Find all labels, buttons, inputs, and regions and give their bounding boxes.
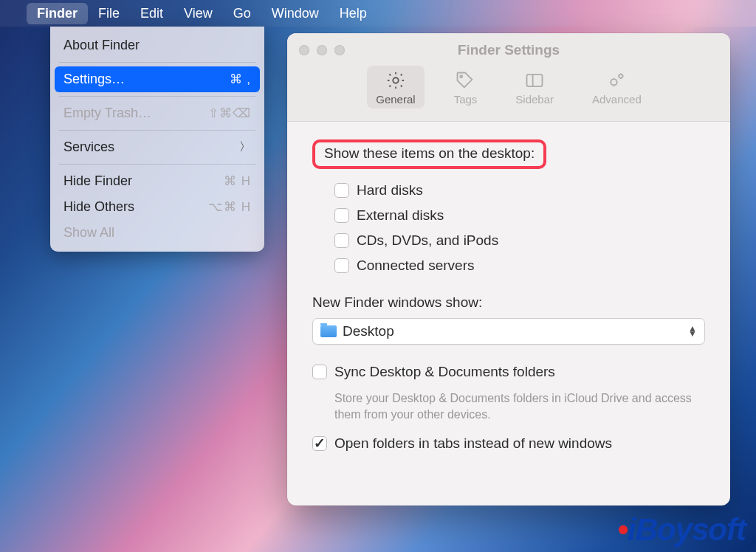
checkbox-row-sync: Sync Desktop & Documents folders [312,364,705,380]
new-finder-windows-select[interactable]: Desktop ▲▼ [312,318,705,345]
shortcut-label: ⌥⌘ H [208,199,251,215]
menu-separator [59,130,255,131]
shortcut-label: ⌘ H [224,173,251,189]
tag-icon [455,70,475,91]
menu-settings[interactable]: Settings… ⌘ , [55,66,260,92]
menubar: Finder File Edit View Go Window Help [0,0,756,27]
shortcut-label: ⇧⌘⌫ [208,106,251,121]
finder-menu-dropdown: About Finder Settings… ⌘ , Empty Trash… … [50,27,264,252]
folder-icon [320,325,337,337]
menu-services[interactable]: Services 〉 [50,134,264,160]
svg-rect-2 [527,75,543,86]
menu-show-all: Show All [50,220,264,246]
settings-content: Show these items on the desktop: Hard di… [287,122,730,466]
section-heading-desktop-items: Show these items on the desktop: [324,145,535,161]
traffic-lights [299,45,345,55]
annotation-highlight: Show these items on the desktop: [312,139,546,169]
tab-advanced[interactable]: Advanced [583,66,650,108]
checkbox-label: Hard disks [357,182,423,199]
chevron-right-icon: 〉 [239,139,251,155]
menu-separator [59,164,255,165]
menu-hide-finder[interactable]: Hide Finder ⌘ H [50,168,264,194]
tab-general[interactable]: General [367,66,424,108]
checkbox-label: Connected servers [357,258,474,274]
checkbox-row-servers: Connected servers [312,253,705,278]
menubar-item-window[interactable]: Window [261,3,329,24]
checkbox-label: External disks [357,207,444,224]
checkbox-hard-disks[interactable] [334,183,349,198]
titlebar: Finder Settings General Tags Sidebar [287,33,730,122]
finder-settings-window: Finder Settings General Tags Sidebar [287,33,730,506]
checkbox-open-folders-in-tabs[interactable] [312,436,327,451]
gear-icon [385,70,406,91]
menubar-item-help[interactable]: Help [329,3,377,24]
menubar-item-edit[interactable]: Edit [130,3,173,24]
svg-point-0 [393,77,398,83]
updown-arrows-icon: ▲▼ [688,326,697,337]
checkbox-row-open-tabs: Open folders in tabs instead of new wind… [312,435,705,452]
watermark-logo: •iBoysoft [617,512,746,548]
select-value: Desktop [343,323,394,339]
menubar-item-file[interactable]: File [88,3,130,24]
tab-tags[interactable]: Tags [445,66,487,108]
checkbox-label: Open folders in tabs instead of new wind… [334,435,612,452]
checkbox-cds[interactable] [334,233,349,248]
sidebar-icon [524,70,545,91]
menu-empty-trash: Empty Trash… ⇧⌘⌫ [50,100,264,126]
checkbox-row-cds: CDs, DVDs, and iPods [312,228,705,253]
menu-about-finder[interactable]: About Finder [50,32,264,58]
minimize-button[interactable] [317,45,327,55]
settings-tabs: General Tags Sidebar Advanced [287,66,730,108]
svg-point-1 [461,75,463,77]
menubar-item-go[interactable]: Go [223,3,261,24]
checkbox-sync-desktop-documents[interactable] [312,365,327,379]
checkbox-label: CDs, DVDs, and iPods [357,232,498,249]
shortcut-label: ⌘ , [230,72,251,87]
svg-point-5 [619,75,623,78]
menu-hide-others[interactable]: Hide Others ⌥⌘ H [50,194,264,220]
checkbox-label: Sync Desktop & Documents folders [334,364,555,380]
zoom-button[interactable] [334,45,345,55]
close-button[interactable] [299,45,309,55]
menu-separator [59,62,255,63]
checkbox-external-disks[interactable] [334,208,349,223]
menubar-item-view[interactable]: View [173,3,223,24]
new-finder-windows-label: New Finder windows show: [312,294,705,311]
checkbox-row-hard-disks: Hard disks [312,178,705,203]
checkbox-row-external-disks: External disks [312,203,705,228]
menu-separator [59,96,255,97]
tab-sidebar[interactable]: Sidebar [506,66,563,108]
checkbox-connected-servers[interactable] [334,258,349,273]
window-title: Finder Settings [287,33,730,58]
gears-icon [606,70,627,91]
sync-helper-text: Store your Desktop & Documents folders i… [334,390,705,422]
menubar-item-finder[interactable]: Finder [27,3,88,24]
